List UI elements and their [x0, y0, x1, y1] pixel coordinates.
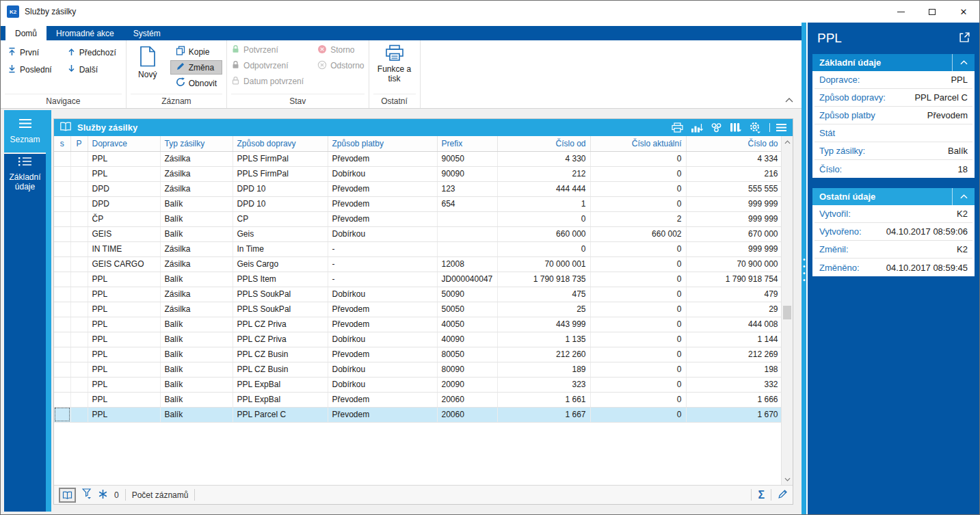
- field-row[interactable]: Dopravce:PPL: [815, 71, 972, 89]
- cell[interactable]: [54, 332, 70, 347]
- cell[interactable]: PPL CZ Busin: [233, 347, 328, 362]
- cell[interactable]: 40050: [437, 317, 497, 332]
- sum-icon[interactable]: Σ: [758, 490, 765, 501]
- filter-icon[interactable]: [82, 488, 92, 501]
- cell[interactable]: 25: [497, 302, 590, 317]
- field-row[interactable]: Způsob platbyPřevodem: [815, 107, 972, 124]
- cell[interactable]: Převodem: [328, 211, 437, 226]
- open-external-icon[interactable]: [959, 31, 970, 45]
- cell[interactable]: Balík: [160, 317, 233, 332]
- cell[interactable]: PPL: [88, 302, 160, 317]
- cell[interactable]: 0: [590, 181, 686, 196]
- cell[interactable]: Převodem: [328, 151, 437, 166]
- cell[interactable]: 20060: [437, 407, 497, 422]
- cell[interactable]: DPD: [88, 196, 160, 211]
- cell[interactable]: 0: [590, 151, 686, 166]
- cell[interactable]: 0: [590, 302, 686, 317]
- cell[interactable]: PPL: [88, 347, 160, 362]
- cell[interactable]: GEIS CARGO: [88, 256, 160, 272]
- cell[interactable]: [54, 317, 70, 332]
- cell[interactable]: 212 260: [497, 347, 590, 362]
- collapse-ribbon-button[interactable]: [785, 95, 793, 105]
- cell[interactable]: [437, 241, 497, 256]
- cell[interactable]: PPL: [88, 332, 160, 347]
- collapse-chevron-icon[interactable]: [952, 188, 975, 205]
- cell[interactable]: Dobírkou: [328, 166, 437, 181]
- column-header[interactable]: Číslo do: [686, 136, 782, 151]
- cell[interactable]: Převodem: [328, 407, 437, 422]
- cell[interactable]: 189: [497, 362, 590, 377]
- cell[interactable]: [54, 211, 70, 226]
- cell[interactable]: IN TIME: [88, 241, 160, 256]
- cell[interactable]: [437, 226, 497, 241]
- cell[interactable]: 1 790 918 735: [497, 272, 590, 287]
- table-row[interactable]: GEIS CARGOZásilkaGeis Cargo-1200870 000 …: [54, 256, 782, 272]
- cell[interactable]: PPL Parcel C: [233, 407, 328, 422]
- field-row[interactable]: Změnil:K2: [815, 241, 972, 259]
- cell[interactable]: [54, 196, 70, 211]
- cell[interactable]: 4 334: [686, 151, 782, 166]
- cell[interactable]: [437, 211, 497, 226]
- cell[interactable]: [54, 241, 70, 256]
- book-view-button[interactable]: [59, 488, 76, 503]
- cell[interactable]: 123: [437, 181, 497, 196]
- cell[interactable]: Převodem: [328, 181, 437, 196]
- cell[interactable]: ČP: [88, 211, 160, 226]
- column-header[interactable]: Prefix: [437, 136, 497, 151]
- cell[interactable]: 2: [590, 211, 686, 226]
- column-header[interactable]: Dopravce: [88, 136, 160, 151]
- column-header[interactable]: Způsob platby: [328, 136, 437, 151]
- cell[interactable]: [70, 226, 88, 241]
- cell[interactable]: PPL: [88, 151, 160, 166]
- cell[interactable]: [70, 166, 88, 181]
- right-panel-splitter[interactable]: [802, 23, 806, 514]
- table-row[interactable]: PPLBalíkPPL CZ BusinDobírkou800901890198: [54, 362, 782, 377]
- settings-gear-icon[interactable]: [749, 122, 761, 133]
- scroll-down-icon[interactable]: [782, 473, 793, 485]
- cell[interactable]: [70, 362, 88, 377]
- cell[interactable]: In Time: [233, 241, 328, 256]
- table-row[interactable]: DPDZásilkaDPD 10Převodem123444 4440555 5…: [54, 181, 782, 196]
- cell[interactable]: 20060: [437, 392, 497, 407]
- cell[interactable]: 90090: [437, 166, 497, 181]
- cell[interactable]: Balík: [160, 272, 233, 287]
- cell[interactable]: [70, 211, 88, 226]
- cell[interactable]: Dobírkou: [328, 287, 437, 302]
- table-row[interactable]: PPLZásilkaPPLS FirmPalDobírkou9009021202…: [54, 166, 782, 181]
- cell[interactable]: 999 999: [686, 196, 782, 211]
- table-row[interactable]: PPLBalíkPPL ExpBalDobírkou200903230332: [54, 377, 782, 392]
- cell[interactable]: [54, 272, 70, 287]
- cell[interactable]: 20090: [437, 377, 497, 392]
- cell[interactable]: 4 330: [497, 151, 590, 166]
- cell[interactable]: 50090: [437, 287, 497, 302]
- cell[interactable]: DPD 10: [233, 181, 328, 196]
- cell[interactable]: [70, 256, 88, 272]
- cell[interactable]: 999 999: [686, 211, 782, 226]
- cell[interactable]: [54, 377, 70, 392]
- cell[interactable]: Zásilka: [160, 241, 233, 256]
- sidebar-splitter[interactable]: [46, 110, 51, 512]
- cell[interactable]: 444 008: [686, 317, 782, 332]
- table-row[interactable]: DPDBalíkDPD 10Převodem65410999 999: [54, 196, 782, 211]
- cell[interactable]: [70, 272, 88, 287]
- refresh-button[interactable]: Obnovit: [170, 76, 222, 90]
- cell[interactable]: 1 135: [497, 332, 590, 347]
- cell[interactable]: 0: [590, 196, 686, 211]
- print-icon[interactable]: [672, 122, 683, 133]
- column-header[interactable]: Číslo aktuální: [590, 136, 686, 151]
- cell[interactable]: Balík: [160, 211, 233, 226]
- table-menu-icon[interactable]: [769, 123, 787, 132]
- cell[interactable]: 0: [590, 256, 686, 272]
- section-header[interactable]: Ostatní údaje: [812, 188, 975, 205]
- cell[interactable]: [70, 302, 88, 317]
- cell[interactable]: 0: [590, 347, 686, 362]
- table-row[interactable]: GEISBalíkGeisDobírkou660 000660 002670 0…: [54, 226, 782, 241]
- column-header[interactable]: Číslo od: [497, 136, 590, 151]
- cell[interactable]: Převodem: [328, 347, 437, 362]
- cell[interactable]: 1 667: [497, 407, 590, 422]
- cell[interactable]: PPL: [88, 377, 160, 392]
- cell[interactable]: 80090: [437, 362, 497, 377]
- field-row[interactable]: Vytvořeno:04.10.2017 08:59:06: [815, 223, 972, 241]
- cell[interactable]: 654: [437, 196, 497, 211]
- copy-button[interactable]: Kopie: [170, 44, 222, 59]
